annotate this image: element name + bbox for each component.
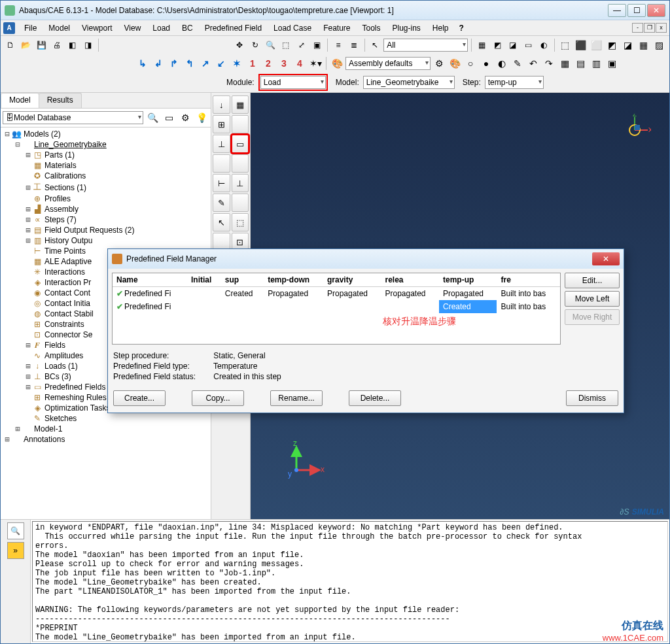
toolbar-misc-0-icon[interactable]: ⚙	[432, 56, 446, 71]
print-icon[interactable]: 🖨	[50, 38, 64, 52]
fit-icon[interactable]: ⤢	[294, 38, 309, 52]
msg-search-icon[interactable]: 🔍	[7, 522, 24, 539]
rotate-icon[interactable]: ↻	[248, 38, 262, 52]
toolbox-btn-0[interactable]: ↓	[213, 95, 230, 114]
menu-help[interactable]: Help	[427, 22, 454, 35]
display-cube-1-icon[interactable]: ⬛	[574, 38, 588, 52]
db-icon[interactable]: ◧	[65, 38, 80, 52]
edit-button[interactable]: Edit...	[565, 273, 620, 288]
tree-filter-icon[interactable]: 🔍	[145, 110, 160, 125]
toolbox-btn-2[interactable]: ⊞	[213, 115, 230, 133]
menu-model[interactable]: Model	[43, 22, 75, 35]
csys-x2-button[interactable]: ↲	[151, 56, 166, 71]
move-left-button[interactable]: Move Left	[565, 291, 620, 307]
toolbar-misc-9-icon[interactable]: ▤	[573, 56, 588, 71]
menu-load-case[interactable]: Load Case	[268, 22, 317, 35]
toolbar-misc-3-icon[interactable]: ●	[479, 56, 493, 71]
tree-item-9[interactable]: ⊞▤Field Output Requests (2)	[1, 225, 211, 235]
toolbox-btn-8[interactable]: ⊢	[213, 174, 230, 192]
db2-icon[interactable]: ◨	[80, 38, 95, 52]
menu-plugins[interactable]: Plug-ins	[387, 22, 426, 35]
view-2-button[interactable]: 2	[261, 56, 275, 71]
tree-item-4[interactable]: ✪Calibrations	[1, 171, 211, 181]
toolbox-btn-10[interactable]: ✎	[213, 194, 230, 212]
toolbox-btn-3[interactable]	[232, 115, 249, 133]
tab-results[interactable]: Results	[39, 93, 82, 108]
toolbar-misc-2-icon[interactable]: ○	[463, 56, 478, 71]
render-wire-icon[interactable]: ▦	[475, 38, 489, 52]
toolbar-misc-8-icon[interactable]: ▦	[557, 56, 572, 71]
create-button[interactable]: Create...	[113, 390, 166, 406]
tree-settings-icon[interactable]: ⚙	[178, 110, 192, 125]
toolbar-misc-5-icon[interactable]: ✎	[510, 56, 525, 71]
menu-load[interactable]: Load	[147, 22, 175, 35]
csys-y-button[interactable]: ↱	[167, 56, 181, 71]
tree-item-29[interactable]: ⊞Annotations	[1, 434, 211, 445]
display-cube-6-icon[interactable]: ▨	[652, 38, 667, 52]
message-log[interactable]: in keyword *ENDPART, file "daoxian.inp",…	[32, 521, 668, 642]
view-1-button[interactable]: 1	[245, 56, 260, 71]
dialog-close-button[interactable]: ✕	[592, 252, 620, 265]
lines1-icon[interactable]: ≡	[331, 38, 345, 52]
vp-restore-button[interactable]: ❐	[644, 23, 655, 33]
view-4-button[interactable]: 4	[292, 56, 307, 71]
tab-model[interactable]: Model	[1, 93, 39, 108]
step-dropdown[interactable]: temp-up	[485, 76, 544, 89]
toolbox-btn-1[interactable]: ▦	[232, 95, 249, 114]
tree-item-0[interactable]: ⊟👥Models (2)	[1, 129, 211, 139]
close-button[interactable]: ✕	[647, 4, 665, 17]
context-help-icon[interactable]: ?	[459, 24, 464, 33]
rename-button[interactable]: Rename...	[270, 390, 323, 406]
toolbox-btn-4[interactable]: ⊥	[213, 135, 230, 153]
menu-view[interactable]: View	[119, 22, 147, 35]
render-hidden-icon[interactable]: ◩	[490, 38, 504, 52]
tree-item-1[interactable]: ⊟Line_Geometrybaike	[1, 139, 211, 150]
boxzoom-icon[interactable]: ⬚	[279, 38, 293, 52]
tree-item-8[interactable]: ⊞∝Steps (7)	[1, 214, 211, 225]
toolbar-misc-7-icon[interactable]: ↷	[542, 56, 556, 71]
autofit-icon[interactable]: ▣	[309, 38, 324, 52]
tree-tip-icon[interactable]: 💡	[194, 110, 209, 125]
manager-table[interactable]: NameInitialsuptemp-downgravityreleatemp-…	[112, 273, 561, 345]
csys-y2-button[interactable]: ↰	[183, 56, 197, 71]
toolbox-btn-7[interactable]	[232, 154, 249, 173]
toolbar-misc-4-icon[interactable]: ◐	[495, 56, 509, 71]
module-dropdown[interactable]: Load	[260, 76, 326, 89]
tree-source-dropdown[interactable]: 🗄 Model Database	[3, 111, 143, 124]
dismiss-button[interactable]: Dismiss	[566, 390, 618, 406]
display-cube-3-icon[interactable]: ◩	[605, 38, 620, 52]
toolbox-btn-6[interactable]	[213, 154, 230, 173]
menu-tools[interactable]: Tools	[357, 22, 385, 35]
tree-item-28[interactable]: ⊞Model-1	[1, 424, 211, 434]
csys-z-button[interactable]: ↗	[198, 56, 213, 71]
table-row[interactable]: ✔Predefined FiCreatedBuilt into bas	[113, 300, 560, 313]
toolbox-btn-11[interactable]	[232, 194, 249, 212]
display-cube-4-icon[interactable]: ◪	[621, 38, 635, 52]
new-icon[interactable]: 🗋	[3, 38, 18, 52]
menu-predefined-field[interactable]: Predefined Field	[200, 22, 267, 35]
vp-close-button[interactable]: x	[656, 23, 667, 33]
minimize-button[interactable]: —	[608, 4, 626, 17]
color-scheme-dropdown[interactable]: Assembly defaults	[345, 57, 431, 70]
toolbar-misc-10-icon[interactable]: ▥	[589, 56, 603, 71]
light-icon[interactable]: ◐	[537, 38, 551, 52]
vp-minimize-button[interactable]: -	[632, 23, 643, 33]
pan-icon[interactable]: ✥	[232, 38, 247, 52]
menu-file[interactable]: File	[19, 22, 42, 35]
display-cube-5-icon[interactable]: ▦	[637, 38, 651, 52]
view-3-button[interactable]: 3	[277, 56, 291, 71]
display-cube-0-icon[interactable]: ⬚	[558, 38, 573, 52]
csys-menu-icon[interactable]: ✶▾	[308, 56, 323, 71]
color-palette-icon[interactable]: 🎨	[330, 56, 344, 71]
save-icon[interactable]: 💾	[34, 38, 48, 52]
select-filter-dropdown[interactable]: All	[383, 39, 467, 52]
select-icon[interactable]: ↖	[368, 38, 383, 52]
csys-iso-button[interactable]: ✶	[230, 56, 244, 71]
tree-item-27[interactable]: ✎Sketches	[1, 413, 211, 424]
menu-feature[interactable]: Feature	[318, 22, 355, 35]
tree-collapse-icon[interactable]: ▭	[162, 110, 176, 125]
delete-button[interactable]: Delete...	[349, 390, 401, 406]
table-row[interactable]: ✔Predefined FiCreatedPropagatedPropagate…	[113, 287, 560, 301]
menu-viewport[interactable]: Viewport	[77, 22, 117, 35]
maximize-button[interactable]: ☐	[627, 4, 646, 17]
